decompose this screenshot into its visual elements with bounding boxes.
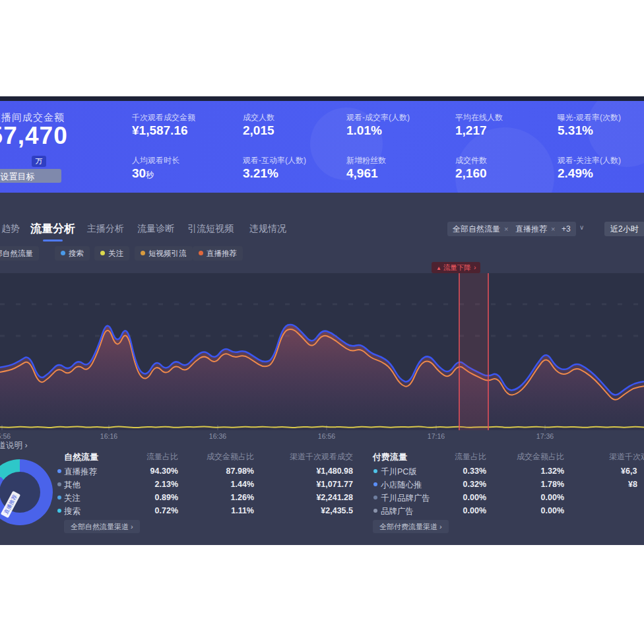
close-icon[interactable]: ×	[551, 225, 555, 233]
row-value: ¥2,435.5	[321, 506, 353, 515]
row-value: 0.00%	[463, 493, 486, 502]
row-name[interactable]: 直播推荐	[64, 467, 97, 478]
kpi-value: 5.31%	[558, 123, 593, 138]
kpi-value: 2,160	[455, 166, 487, 181]
kpi-value: 2,015	[243, 123, 274, 138]
kpi-value: 3.21%	[243, 166, 278, 181]
row-value: 0.33%	[463, 467, 486, 476]
legend-chip[interactable]: 搜索	[55, 246, 90, 261]
legend-label: 关注	[108, 249, 123, 257]
tab-1[interactable]: 趋势	[1, 223, 20, 235]
live-analytics-app: 直播间成交金额 357,470 万 设置目标 千次观看成交金额¥1,587.16…	[0, 96, 644, 545]
row-value: ¥1,480.98	[316, 467, 353, 476]
row-value: 1.78%	[541, 480, 564, 489]
column-header: 渠道千次观看成交	[290, 451, 353, 463]
tab-5[interactable]: 引流短视频	[187, 223, 234, 235]
table-footer-button[interactable]: 全部自然流量渠道 ›	[64, 520, 140, 533]
row-value: 94.30%	[150, 467, 178, 476]
row-value: 0.32%	[463, 480, 486, 489]
legend-dot	[141, 251, 145, 255]
kpi-label: 千次观看成交金额	[132, 112, 195, 123]
kpi-label: 成交件数	[455, 155, 487, 166]
table-title: 自然流量	[64, 451, 98, 463]
row-dot	[373, 509, 377, 513]
row-value: 0.00%	[541, 493, 564, 502]
row-value: 87.98%	[226, 467, 254, 476]
kpi-label: 观看-成交率(人数)	[346, 112, 410, 123]
tab-4[interactable]: 流量诊断	[137, 223, 174, 235]
row-name[interactable]: 品牌广告	[381, 506, 414, 517]
column-header: 渠道千次观看成交	[609, 451, 644, 463]
table-title: 付费流量	[373, 451, 407, 463]
legend-chip[interactable]: 全部自然流量	[0, 246, 39, 261]
traffic-drop-alert[interactable]: ▲流量下降›	[432, 262, 480, 273]
row-value: 1.32%	[541, 467, 564, 476]
row-dot	[373, 482, 377, 486]
row-value: 0.00%	[463, 506, 486, 515]
primary-kpi-value: 357,470	[0, 122, 68, 150]
kpi-column: 成交人数2,015观看-互动率(人数)3.21%	[243, 101, 342, 193]
legend-dot	[61, 251, 65, 255]
row-name[interactable]: 千川PC版	[381, 467, 417, 478]
x-axis-tick-label: 16:56	[310, 432, 343, 440]
row-value: 1.11%	[231, 506, 254, 515]
filter-chip[interactable]: 直播推荐×	[510, 222, 560, 236]
x-axis-tick-label: 16:16	[92, 432, 125, 440]
traffic-trend-chart[interactable]	[0, 273, 644, 442]
more-filters-chip[interactable]: +3	[556, 222, 576, 236]
close-icon[interactable]: ×	[504, 225, 508, 233]
row-name[interactable]: 小店随心推	[381, 480, 422, 491]
row-value: 1.26%	[231, 493, 254, 502]
column-header: 成交金额占比	[517, 451, 564, 463]
tab-6[interactable]: 违规情况	[249, 223, 286, 235]
legend-label: 搜索	[69, 249, 84, 257]
tab-2[interactable]: 流量分析	[30, 221, 75, 236]
channel-note-link[interactable]: 渠道说明 ›	[0, 440, 28, 451]
x-axis-tick-label: 17:36	[529, 432, 562, 440]
legend-chip[interactable]: 关注	[94, 246, 129, 261]
column-header: 成交金额占比	[207, 451, 254, 463]
row-value: 0.72%	[155, 506, 178, 515]
row-dot	[57, 509, 61, 513]
row-value: 2.13%	[155, 480, 178, 489]
row-value: ¥2,241.28	[316, 493, 353, 502]
row-dot	[373, 469, 377, 473]
x-axis-tick-label: 15:56	[0, 432, 18, 440]
row-value: 0.00%	[541, 506, 564, 515]
chart-canvas	[0, 273, 644, 442]
row-name[interactable]: 关注	[64, 493, 80, 504]
kpi-label: 观看-关注率(人数)	[558, 155, 621, 166]
row-name[interactable]: 其他	[64, 480, 80, 491]
kpi-label: 曝光-观看率(次数)	[558, 112, 621, 123]
legend-label: 短视频引流	[148, 249, 187, 257]
warning-triangle-icon: ▲	[436, 265, 441, 271]
tab-3[interactable]: 主播分析	[87, 223, 124, 235]
row-name[interactable]: 千川品牌广告	[381, 493, 430, 504]
time-range-selector[interactable]: 近2小时	[604, 222, 644, 236]
kpi-value: 2.49%	[558, 166, 593, 181]
column-header: 流量占比	[455, 451, 486, 463]
dashboard-screen: 直播间成交金额 357,470 万 设置目标 千次观看成交金额¥1,587.16…	[0, 0, 644, 644]
kpi-label: 观看-互动率(人数)	[243, 155, 306, 166]
legend-label: 直播推荐	[207, 249, 237, 257]
kpi-label: 人均观看时长	[132, 155, 179, 166]
table-footer-button[interactable]: 全部付费流量渠道 ›	[373, 520, 449, 533]
x-axis-tick-label: 17:16	[420, 432, 453, 440]
kpi-label: 新增粉丝数	[346, 155, 386, 166]
legend-label: 全部自然流量	[0, 249, 33, 257]
legend-chip[interactable]: 直播推荐	[193, 246, 243, 261]
kpi-label: 成交人数	[243, 112, 274, 123]
kpi-value: 4,961	[346, 166, 378, 181]
row-value: ¥8	[628, 480, 637, 489]
row-value: ¥6,3	[621, 467, 637, 476]
row-dot	[373, 496, 377, 499]
set-target-button[interactable]: 设置目标	[0, 169, 61, 183]
kpi-column: 曝光-观看率(次数)5.31%观看-关注率(人数)2.49%	[558, 101, 644, 193]
top-strip	[0, 96, 644, 101]
legend-chip[interactable]: 短视频引流	[135, 246, 193, 261]
chevron-right-icon: ›	[474, 263, 476, 271]
filter-chip[interactable]: 全部自然流量×	[447, 222, 513, 236]
kpi-value: 1,217	[455, 123, 487, 138]
row-name[interactable]: 搜索	[64, 506, 80, 517]
chevron-down-icon[interactable]: ∨	[579, 224, 584, 231]
